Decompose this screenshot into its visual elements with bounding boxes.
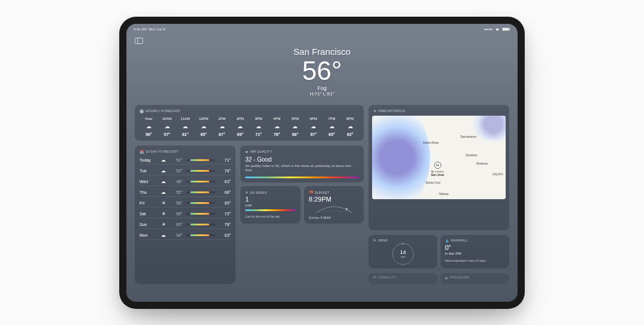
weather-icon: ☁	[194, 123, 213, 129]
precipitation-map[interactable]: Santa RosaSacramentoStocktonModestoSanta…	[372, 116, 506, 199]
high-temp: 63°	[219, 179, 231, 184]
hourly-temp: 56°	[140, 132, 158, 137]
map-city-label: Santa Rosa	[423, 141, 438, 144]
weather-icon: ☁	[160, 179, 167, 184]
status-bar: 9:41 AM Mon Jun 6 ●●●●	[126, 24, 518, 35]
wifi-icon	[495, 27, 500, 32]
day-label: Wed	[140, 179, 156, 184]
my-location-pin[interactable]: 54 My Location San Jose	[431, 162, 444, 177]
weather-icon: ☁	[213, 123, 231, 129]
hourly-time: 11AM	[176, 117, 194, 120]
hourly-temp: 57°	[158, 132, 177, 137]
hourly-item: 3PM☁71°	[249, 117, 268, 137]
sunset-icon: 🌇	[309, 190, 313, 194]
weather-icon: ☁	[304, 123, 323, 129]
battery-icon	[502, 27, 510, 32]
wind-icon: 🌬	[373, 239, 376, 242]
air-quality-card[interactable]: ❖AIR QUALITY 32 - Good Air quality index…	[240, 146, 364, 183]
rainfall-card[interactable]: 💧RAINFALL 0" in last 24h None expected i…	[441, 235, 509, 268]
weather-icon: ☁	[160, 190, 167, 195]
weather-icon: ☁	[286, 123, 305, 129]
tenday-item: Tue☁52°76°	[140, 167, 231, 175]
hourly-time: 2PM	[231, 117, 250, 120]
tenday-item: Fri☀50°65°	[140, 199, 231, 208]
hourly-item: 11AM☁61°	[176, 117, 194, 137]
low-temp: 55°	[171, 190, 182, 194]
uv-value: 1	[245, 196, 296, 203]
sunrise-time: Sunrise: 5:48AM	[309, 216, 360, 219]
low-temp: 63°	[171, 222, 182, 227]
day-label: Mon	[140, 233, 156, 237]
current-temp: 56°	[135, 58, 509, 84]
hourly-temp: 65°	[194, 132, 213, 137]
tenday-item: Today☁51°71°	[140, 156, 231, 165]
hourly-temp: 68°	[286, 132, 305, 137]
eye-icon: 👁	[373, 276, 376, 279]
hourly-item: 5PM☁68°	[286, 117, 305, 137]
high-temp: 63°	[219, 233, 231, 237]
hourly-item: 1PM☁67°	[213, 117, 231, 137]
hourly-item: 4PM☁70°	[268, 117, 286, 137]
hourly-temp: 65°	[323, 132, 341, 137]
visibility-card[interactable]: 👁VISIBILITY	[369, 273, 437, 284]
precip-blob-1	[372, 116, 429, 199]
status-time: 9:41 AM Mon Jun 6	[134, 27, 165, 32]
weather-icon: ☁	[231, 123, 250, 129]
hourly-temp: 61°	[176, 132, 194, 137]
hourly-item: Now☁56°	[140, 117, 158, 137]
pressure-card[interactable]: ◉PRESSURE	[441, 273, 509, 284]
sunset-card[interactable]: 🌇SUNSET 8:29PM Sunrise: 5:48AM	[304, 186, 364, 224]
uv-level: Low	[245, 203, 296, 207]
low-temp: 52°	[171, 169, 182, 173]
weather-icon: ☁	[249, 123, 268, 129]
day-label: Sun	[140, 222, 156, 227]
hourly-item: 8PM☁62°	[341, 117, 360, 137]
tenday-item: Sat☀60°72°	[140, 210, 231, 218]
hourly-time: 3PM	[249, 117, 268, 120]
weather-icon: ☁	[268, 123, 286, 129]
tenday-label: 📅10-DAY FORECAST	[140, 150, 231, 154]
temp-range-bar	[186, 202, 215, 204]
rainfall-value: 0"	[445, 244, 505, 251]
gauge-icon: ◉	[445, 276, 448, 280]
clock-icon: 🕐	[140, 109, 144, 113]
aq-value: 32 - Good	[245, 156, 359, 163]
high-temp: 65°	[219, 201, 231, 205]
sun-path-curve	[309, 204, 360, 215]
svg-rect-1	[503, 28, 509, 30]
high-temp: 76°	[219, 169, 231, 173]
hourly-time: 7PM	[323, 117, 341, 120]
screen: 9:41 AM Mon Jun 6 ●●●● San Francisco 56°…	[126, 24, 518, 302]
weather-icon: ☁	[323, 123, 341, 129]
temp-range-bar	[186, 181, 215, 182]
high-low: H:71° L:51°	[135, 91, 509, 97]
svg-rect-2	[510, 28, 510, 30]
uv-index-card[interactable]: ☀UV INDEX 1 Low Low for the rest of the …	[240, 186, 301, 224]
weather-icon: ☁	[176, 123, 194, 129]
hourly-temp: 62°	[341, 132, 360, 137]
precipitation-map-card[interactable]: ☂PRECIPITATION Santa RosaSacramentoStock…	[369, 105, 509, 230]
tenday-item: Sun☀63°78°	[140, 221, 231, 229]
hourly-time: 6PM	[304, 117, 323, 120]
temp-range-bar	[186, 224, 215, 225]
low-temp: 60°	[171, 212, 182, 216]
wind-card[interactable]: 🌬WIND ↓ 14 mph	[369, 235, 437, 268]
temp-range-bar	[186, 191, 215, 193]
current-condition: Fog	[135, 85, 509, 91]
tenday-item: Thu☁55°68°	[140, 188, 231, 197]
ipad-device: 9:41 AM Mon Jun 6 ●●●● San Francisco 56°…	[119, 17, 525, 309]
high-temp: 72°	[219, 212, 231, 216]
tenday-item: Wed☁46°63°	[140, 178, 231, 186]
hourly-time: 8PM	[341, 117, 360, 120]
hourly-forecast-card[interactable]: 🕐HOURLY FORECAST Now☁56°10AM☁57°11AM☁61°…	[135, 105, 364, 141]
map-city-label: Sacramento	[460, 135, 476, 138]
temp-range-bar	[186, 234, 215, 236]
wind-compass: ↓ 14 mph	[392, 243, 414, 265]
day-label: Thu	[140, 190, 156, 194]
hourly-temp: 69°	[231, 132, 250, 137]
day-label: Sat	[140, 212, 156, 216]
city-name: San Francisco	[135, 47, 509, 57]
weather-icon: ☁	[160, 233, 167, 238]
ten-day-forecast-card[interactable]: 📅10-DAY FORECAST Today☁51°71°Tue☁52°76°W…	[135, 146, 236, 284]
day-label: Today	[140, 158, 156, 162]
